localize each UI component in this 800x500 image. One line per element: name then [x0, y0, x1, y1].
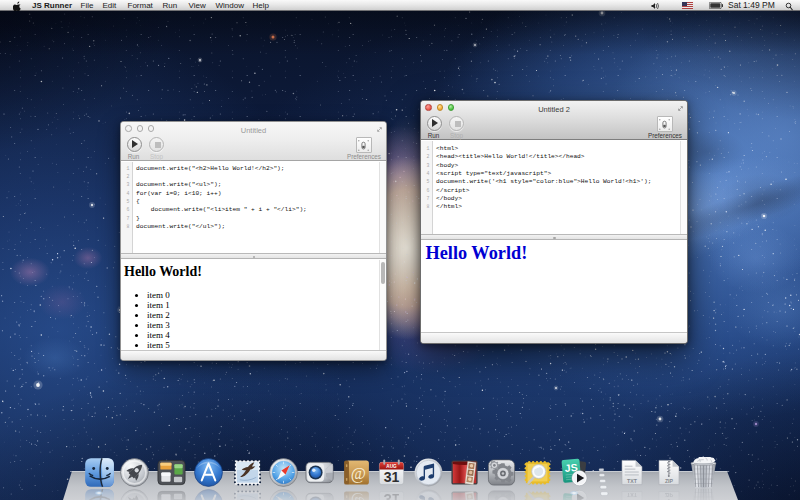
- svg-text:31: 31: [383, 491, 399, 500]
- svg-text:@: @: [350, 493, 365, 500]
- svg-text:TXT: TXT: [627, 492, 638, 498]
- svg-text:TXT: TXT: [627, 478, 638, 484]
- svg-text:ZIP: ZIP: [664, 492, 673, 498]
- svg-text:31: 31: [383, 469, 399, 485]
- svg-text:ZIP: ZIP: [664, 478, 673, 484]
- svg-text:@: @: [350, 464, 365, 483]
